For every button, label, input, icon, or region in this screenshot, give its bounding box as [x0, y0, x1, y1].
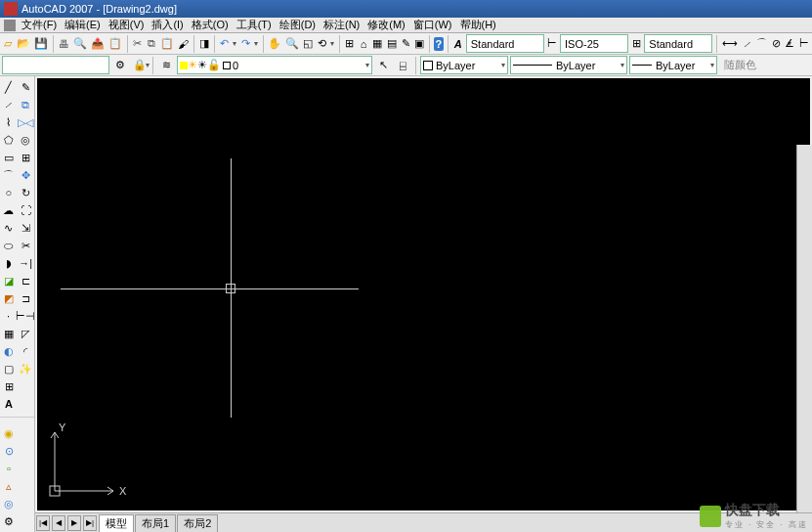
- sheet-set-icon[interactable]: ▤: [386, 35, 398, 53]
- dim-arc-icon[interactable]: ⌒: [755, 35, 768, 53]
- redo-icon[interactable]: ↷: [239, 35, 251, 53]
- line-icon[interactable]: ╱: [1, 79, 17, 95]
- break-icon[interactable]: ⊐: [19, 290, 34, 306]
- dim-style-icon[interactable]: ⊢: [546, 35, 558, 53]
- help-icon[interactable]: ?: [434, 37, 444, 51]
- osnap-center-icon[interactable]: ◎: [1, 496, 17, 511]
- drawing-canvas[interactable]: X Y: [37, 78, 810, 510]
- bycolor-button[interactable]: 随颜色: [719, 57, 761, 74]
- erase-icon[interactable]: ✎: [19, 79, 34, 95]
- menu-file[interactable]: 文件(F): [21, 18, 57, 32]
- menu-dimension[interactable]: 标注(N): [323, 18, 360, 32]
- match-props-icon[interactable]: 🖌: [177, 35, 190, 53]
- undo-icon[interactable]: ↶: [219, 35, 231, 53]
- extend-icon[interactable]: →|: [19, 255, 34, 271]
- offset-icon[interactable]: ◎: [19, 132, 34, 148]
- menu-modify[interactable]: 修改(M): [367, 18, 406, 32]
- tab-prev-icon[interactable]: ◀: [52, 515, 65, 531]
- block-editor-icon[interactable]: ◨: [198, 35, 210, 53]
- zoom-previous-icon[interactable]: ⟲: [317, 35, 328, 53]
- pan-icon[interactable]: ✋: [267, 35, 282, 53]
- workspace-settings-icon[interactable]: ⚙: [111, 57, 129, 74]
- tab-model[interactable]: 模型: [99, 514, 134, 532]
- dim-radius-icon[interactable]: ⊘: [770, 35, 782, 53]
- ellipse-arc-icon[interactable]: ◗: [1, 255, 17, 271]
- menu-edit[interactable]: 编辑(E): [64, 18, 101, 32]
- menu-view[interactable]: 视图(V): [108, 18, 145, 32]
- zoom-realtime-icon[interactable]: 🔍: [284, 35, 300, 53]
- tab-layout2[interactable]: 布局2: [177, 514, 218, 532]
- redo-dropdown-icon[interactable]: ▾: [254, 39, 259, 48]
- lineweight-combo[interactable]: ByLayer ▾: [629, 56, 717, 74]
- dim-angular-icon[interactable]: ∠: [784, 35, 795, 53]
- gradient-icon[interactable]: ◐: [1, 343, 17, 359]
- workspace-combo[interactable]: ▾: [2, 56, 109, 74]
- mtext-icon[interactable]: A: [1, 396, 17, 412]
- linetype-combo[interactable]: ByLayer ▾: [510, 56, 627, 74]
- layer-combo[interactable]: ☀ ☀ 🔓 0 ▾: [177, 56, 372, 74]
- text-style-icon[interactable]: A: [451, 35, 463, 53]
- layer-manager-icon[interactable]: ≋: [157, 57, 175, 74]
- dropdown-icon[interactable]: ▾: [501, 61, 505, 69]
- calc-icon[interactable]: ▣: [413, 35, 425, 53]
- designcenter-icon[interactable]: ⌂: [358, 35, 369, 53]
- zoom-dropdown-icon[interactable]: ▾: [330, 39, 335, 48]
- dim-continue-icon[interactable]: ⊢: [798, 35, 810, 53]
- make-block-icon[interactable]: ◩: [1, 290, 17, 306]
- move-icon[interactable]: ✥: [19, 167, 34, 183]
- properties-icon[interactable]: ⊞: [344, 35, 356, 53]
- tab-next-icon[interactable]: ▶: [67, 515, 81, 531]
- cut-icon[interactable]: ✂: [132, 35, 144, 53]
- construction-line-icon[interactable]: ⟋: [1, 97, 17, 112]
- undo-dropdown-icon[interactable]: ▾: [233, 39, 237, 48]
- stretch-icon[interactable]: ⇲: [19, 220, 34, 236]
- osnap-settings-icon[interactable]: ⚙: [1, 513, 17, 529]
- zoom-window-icon[interactable]: ◱: [302, 35, 314, 53]
- osnap-endpoint-icon[interactable]: ▫: [1, 461, 17, 476]
- menu-insert[interactable]: 插入(I): [151, 18, 183, 32]
- save-icon[interactable]: 💾: [33, 35, 49, 53]
- publish-icon[interactable]: 📤: [90, 35, 106, 53]
- menu-tools[interactable]: 工具(T): [236, 18, 272, 32]
- chamfer-icon[interactable]: ◸: [19, 326, 34, 341]
- print-icon[interactable]: 🖶: [58, 35, 70, 53]
- hatch-icon[interactable]: ▦: [1, 326, 17, 341]
- copy-object-icon[interactable]: ⧉: [19, 97, 34, 112]
- table-icon[interactable]: ⊞: [1, 378, 17, 394]
- osnap-midpoint-icon[interactable]: ▵: [1, 478, 17, 494]
- lock-ui-icon[interactable]: 🔒: [131, 57, 149, 74]
- arc-icon[interactable]: ⌒: [1, 167, 17, 183]
- markup-icon[interactable]: ✎: [400, 35, 411, 53]
- ellipse-icon[interactable]: ⬭: [1, 238, 17, 253]
- region-icon[interactable]: ▢: [1, 361, 17, 377]
- menu-format[interactable]: 格式(O): [192, 18, 229, 32]
- dim-linear-icon[interactable]: ⟷: [721, 35, 739, 53]
- join-icon[interactable]: ⊢⊣: [18, 308, 33, 324]
- scale-icon[interactable]: ⛶: [19, 202, 34, 218]
- table-style-icon[interactable]: ⊞: [630, 35, 642, 53]
- menu-window[interactable]: 窗口(W): [413, 18, 452, 32]
- fillet-icon[interactable]: ◜: [19, 343, 34, 359]
- explode-icon[interactable]: ✨: [19, 361, 34, 377]
- tab-last-icon[interactable]: ▶|: [83, 515, 97, 531]
- dropdown-icon[interactable]: ▾: [365, 61, 369, 69]
- open-icon[interactable]: 📂: [16, 35, 31, 53]
- print-preview-icon[interactable]: 🔍: [72, 35, 88, 53]
- point-icon[interactable]: ·: [1, 308, 16, 324]
- spline-icon[interactable]: ∿: [1, 220, 17, 236]
- temp-track-icon[interactable]: ◉: [1, 425, 17, 441]
- mirror-icon[interactable]: ▷◁: [18, 114, 33, 130]
- menu-help[interactable]: 帮助(H): [460, 18, 496, 32]
- color-combo[interactable]: ByLayer ▾: [420, 56, 508, 74]
- text-style-combo[interactable]: ▾: [466, 34, 544, 53]
- rectangle-icon[interactable]: ▭: [1, 150, 17, 165]
- menu-draw[interactable]: 绘图(D): [279, 18, 316, 32]
- polygon-icon[interactable]: ⬠: [1, 132, 17, 148]
- new-icon[interactable]: ▱: [2, 35, 14, 53]
- dropdown-icon[interactable]: ▾: [710, 61, 714, 69]
- titlebar[interactable]: AutoCAD 2007 - [Drawing2.dwg]: [0, 0, 812, 18]
- vertical-scrollbar[interactable]: [796, 145, 812, 512]
- paste-icon[interactable]: 📋: [159, 35, 175, 53]
- dim-style-combo[interactable]: ▾: [560, 34, 628, 53]
- trim-icon[interactable]: ✂: [19, 238, 34, 253]
